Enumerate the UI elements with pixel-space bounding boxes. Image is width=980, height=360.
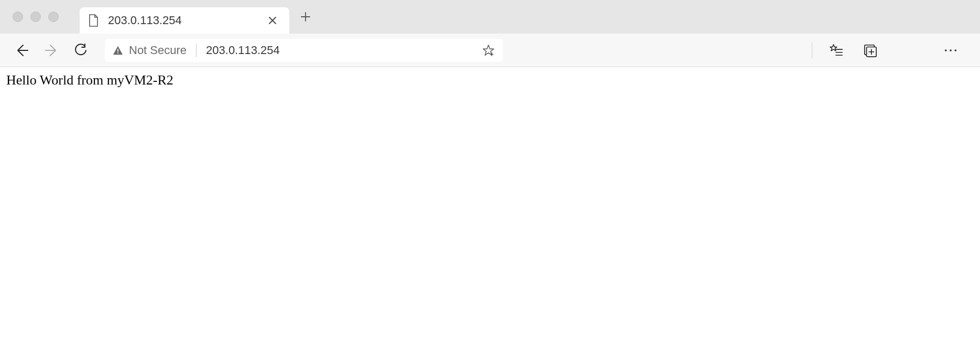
window-controls [13,12,59,22]
refresh-button[interactable] [68,40,93,61]
toolbar-separator [812,43,812,58]
url-text[interactable]: 203.0.113.254 [206,44,481,57]
security-label: Not Secure [129,44,187,57]
security-indicator[interactable]: Not Secure [112,44,187,57]
browser-tab[interactable]: 203.0.113.254 [80,7,289,34]
forward-button[interactable] [39,40,64,61]
back-button[interactable] [9,40,35,61]
tab-strip: 203.0.113.254 [0,0,980,34]
collections-button[interactable] [861,41,879,60]
svg-point-5 [950,49,952,51]
page-body-text: Hello World from myVM2-R2 [6,72,173,88]
favorites-list-button[interactable] [827,41,846,60]
page-content: Hello World from myVM2-R2 [0,67,980,93]
toolbar-right [812,41,971,60]
window-maximize-button[interactable] [48,12,59,22]
svg-rect-0 [117,49,118,51]
svg-point-4 [945,49,947,51]
svg-point-6 [954,49,956,51]
window-close-button[interactable] [13,12,23,22]
toolbar: Not Secure 203.0.113.254 [0,34,980,67]
warning-icon [112,45,124,56]
address-separator [196,44,197,57]
page-icon [88,14,99,27]
favorite-button[interactable] [481,44,496,57]
svg-rect-1 [117,52,118,54]
tab-title: 203.0.113.254 [108,14,268,27]
more-menu-button[interactable] [941,41,960,60]
window-minimize-button[interactable] [30,12,41,22]
address-bar[interactable]: Not Secure 203.0.113.254 [105,39,503,62]
close-tab-button[interactable] [268,16,281,25]
new-tab-button[interactable] [297,8,314,26]
